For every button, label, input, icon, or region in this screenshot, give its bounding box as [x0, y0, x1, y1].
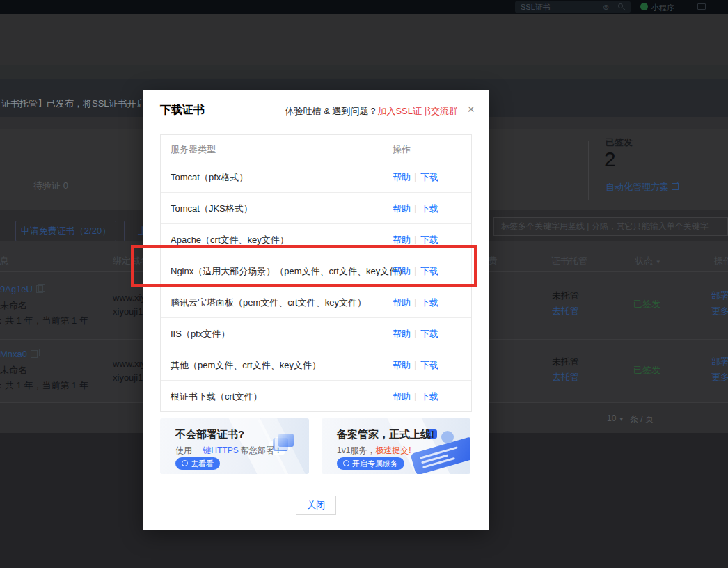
global-search-input[interactable]: SSL证书: [515, 1, 631, 13]
copy-icon[interactable]: [31, 350, 38, 358]
feedback-text: 体验吐槽 & 遇到问题？: [285, 106, 378, 116]
beian-banner[interactable]: + 备案管家，正式上线! 1v1服务，极速提交! 开启专属服务: [322, 418, 470, 474]
cert-id: 9Ag1eU: [0, 284, 33, 294]
banner-desc-prefix: 使用: [175, 445, 194, 455]
deploy-link[interactable]: 部署: [711, 356, 728, 368]
help-link[interactable]: 帮助: [393, 171, 411, 184]
more-link[interactable]: 更多: [711, 305, 728, 317]
app-window: SSL证书 ⊗ 小程序 证书托管】已发布，将SSL证书开启托管即可 待验证 0 …: [0, 0, 728, 568]
row-label: Apache（crt文件、key文件）: [171, 234, 289, 246]
deploy-link[interactable]: 部署: [711, 290, 728, 302]
cert-validity: ：共 1 年，当前第 1 年: [0, 379, 88, 392]
banner-title: 不会部署证书?: [175, 428, 244, 441]
issued-count: 2: [604, 148, 616, 171]
cert-id-link[interactable]: 9Ag1eU: [0, 284, 43, 294]
feedback-group-link[interactable]: 加入SSL证书交流群: [377, 106, 458, 116]
link-separator: |: [414, 171, 416, 182]
bound-domain: xiyouji12: [113, 306, 148, 317]
link-separator: |: [414, 265, 416, 276]
download-link[interactable]: 下载: [420, 297, 438, 309]
row-label: 根证书下载（crt文件）: [171, 390, 262, 403]
link-separator: |: [414, 234, 416, 244]
server-type-row-baota: 腾讯云宝塔面板（pem文件、crt文件、key文件） 帮助 | 下载: [161, 286, 471, 317]
go-see-button[interactable]: 去看看: [175, 457, 220, 470]
search-icon[interactable]: [618, 3, 623, 8]
col-action: 操作: [714, 255, 728, 267]
help-link[interactable]: 帮助: [393, 203, 411, 215]
go-hosting-link[interactable]: 去托管: [552, 371, 579, 384]
download-link[interactable]: 下载: [420, 234, 438, 246]
row-label: Nginx（适用大部分场景）（pem文件、crt文件、key文件）: [171, 265, 407, 278]
console-icon[interactable]: [697, 3, 706, 10]
col-server-type: 服务器类型: [171, 143, 216, 156]
page-size-value: 10: [607, 413, 616, 423]
table-header-row: 服务器类型 操作: [161, 135, 471, 161]
go-see-button-label: 去看看: [191, 459, 214, 468]
col-fee-partial: 费: [489, 255, 498, 267]
col-info-partial: 息: [0, 255, 9, 267]
download-link[interactable]: 下载: [420, 203, 438, 215]
page-header-band: [0, 14, 728, 65]
keyword-filter-input[interactable]: 标签多个关键字用竖线 | 分隔，其它只能输入单个关键字: [493, 217, 728, 236]
banner-desc-suffix: 帮您部署！: [239, 445, 283, 455]
pending-stat: 待验证 0: [33, 180, 68, 192]
mini-program-icon[interactable]: [640, 3, 648, 10]
server-type-row-tomcat-jks: Tomcat（JKS格式） 帮助 | 下载: [161, 192, 471, 223]
close-button[interactable]: 关闭: [296, 496, 336, 515]
link-separator: |: [414, 390, 416, 401]
status-badge: 已签发: [633, 364, 660, 377]
location-badge-icon: [182, 460, 188, 466]
hosting-status: 未托管: [552, 356, 579, 368]
server-type-row-root-cert: 根证书下载（crt文件） 帮助 | 下载: [161, 380, 471, 411]
server-type-row-iis: IIS（pfx文件） 帮助 | 下载: [161, 317, 471, 349]
close-icon[interactable]: ×: [467, 103, 475, 116]
help-link[interactable]: 帮助: [393, 234, 411, 246]
location-badge-icon: [343, 460, 349, 466]
go-hosting-link[interactable]: 去托管: [552, 305, 579, 317]
cert-id-link[interactable]: Mnxa0: [0, 349, 38, 359]
breadcrumb-band: [0, 65, 728, 79]
download-link[interactable]: 下载: [420, 359, 438, 372]
banner-title: 备案管家，正式上线!: [337, 428, 434, 441]
link-separator: |: [414, 328, 416, 338]
exclusive-service-button-label: 开启专属服务: [352, 459, 398, 468]
auto-manage-link[interactable]: 自动化管理方案: [606, 181, 679, 194]
modal-title: 下载证书: [160, 103, 205, 118]
col-operation: 操作: [393, 143, 411, 156]
row-label: 其他（pem文件、crt文件、key文件）: [171, 359, 321, 372]
col-status-label: 状态: [635, 255, 653, 266]
external-link-icon: [672, 183, 679, 190]
help-link[interactable]: 帮助: [393, 328, 411, 340]
page-size-select[interactable]: 10 ▼: [607, 413, 624, 423]
copy-icon[interactable]: [36, 285, 43, 293]
banner-desc-highlight: 一键HTTPS: [194, 445, 238, 455]
row-label: IIS（pfx文件）: [171, 328, 230, 340]
col-status[interactable]: 状态 ▼: [635, 255, 661, 267]
one-click-https-banner[interactable]: 不会部署证书? 使用 一键HTTPS 帮您部署！ 去看看: [160, 418, 309, 474]
banner-desc: 使用 一键HTTPS 帮您部署！: [175, 445, 283, 457]
per-page-label: 条 / 页: [630, 413, 654, 425]
more-link[interactable]: 更多: [711, 371, 728, 384]
feedback-line: 体验吐槽 & 遇到问题？加入SSL证书交流群: [285, 105, 458, 118]
download-link[interactable]: 下载: [420, 265, 438, 278]
apply-free-cert-button[interactable]: 申请免费证书（2/20）: [15, 221, 116, 242]
pending-label: 待验证: [33, 180, 61, 191]
clear-search-icon[interactable]: ⊗: [603, 1, 609, 13]
exclusive-service-button[interactable]: 开启专属服务: [337, 457, 404, 470]
download-link[interactable]: 下载: [420, 390, 438, 403]
download-link[interactable]: 下载: [420, 171, 438, 184]
help-link[interactable]: 帮助: [393, 297, 411, 309]
help-link[interactable]: 帮助: [393, 265, 411, 278]
download-link[interactable]: 下载: [420, 328, 438, 340]
mini-program-label[interactable]: 小程序: [651, 3, 674, 13]
cert-id: Mnxa0: [0, 349, 27, 359]
row-label: Tomcat（JKS格式）: [171, 203, 253, 215]
server-type-row-other: 其他（pem文件、crt文件、key文件） 帮助 | 下载: [161, 349, 471, 380]
row-label: 腾讯云宝塔面板（pem文件、crt文件、key文件）: [171, 297, 366, 309]
cert-validity: ：共 1 年，当前第 1 年: [0, 315, 88, 327]
col-hosting: 证书托管: [551, 255, 587, 267]
help-link[interactable]: 帮助: [393, 390, 411, 403]
stats-divider: [588, 141, 589, 200]
help-link[interactable]: 帮助: [393, 359, 411, 372]
filter-icon[interactable]: ▼: [656, 259, 661, 265]
